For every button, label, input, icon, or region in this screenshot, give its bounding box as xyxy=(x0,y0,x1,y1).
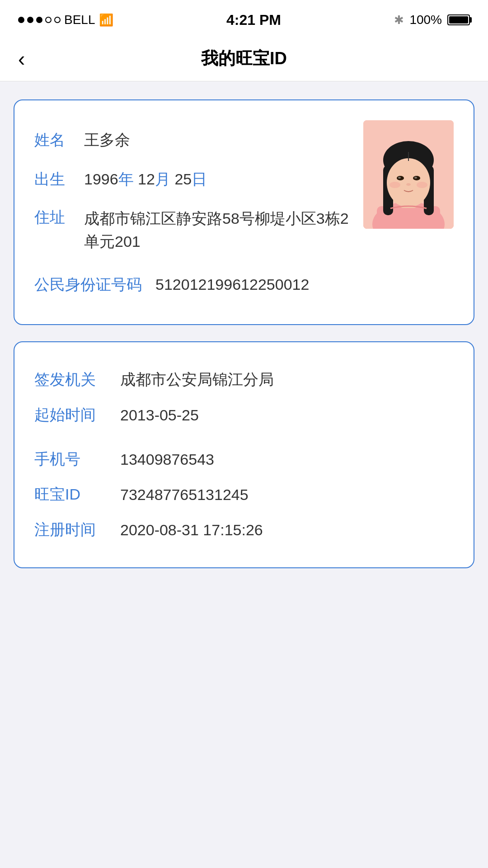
phone-label: 手机号 xyxy=(34,449,107,470)
name-row: 姓名 王多余 xyxy=(34,120,363,160)
phone-value: 13409876543 xyxy=(120,451,214,468)
svg-point-11 xyxy=(398,177,401,179)
issuer-value: 成都市公安局锦江分局 xyxy=(120,369,274,390)
birth-day-suffix: 日 xyxy=(192,170,207,188)
name-label: 姓名 xyxy=(34,130,70,151)
wangbao-id-value: 732487765131245 xyxy=(120,486,249,504)
birth-label: 出生 xyxy=(34,169,70,190)
svg-point-13 xyxy=(406,183,411,186)
wangbao-id-label: 旺宝ID xyxy=(34,484,107,505)
reg-time-value: 2020-08-31 17:15:26 xyxy=(120,521,263,539)
card1-info: 姓名 王多余 出生 1996年 12月 25日 住址 成都市锦江区静安路58号柳… xyxy=(34,120,363,304)
nav-bar: ‹ 我的旺宝ID xyxy=(0,36,488,81)
birth-month-suffix: 月 xyxy=(155,170,170,188)
reg-time-label: 注册时间 xyxy=(34,519,107,540)
id-number-row: 公民身份证号码 512012199612250012 xyxy=(34,265,363,304)
back-button[interactable]: ‹ xyxy=(18,48,25,69)
birth-year: 1996 xyxy=(84,170,118,188)
page-title: 我的旺宝ID xyxy=(201,47,287,70)
content-area: 姓名 王多余 出生 1996年 12月 25日 住址 成都市锦江区静安路58号柳… xyxy=(0,81,488,586)
birth-row: 出生 1996年 12月 25日 xyxy=(34,160,363,199)
wangbao-id-row: 旺宝ID 732487765131245 xyxy=(34,477,454,512)
account-card: 签发机关 成都市公安局锦江分局 起始时间 2013-05-25 手机号 1340… xyxy=(14,341,474,568)
id-value: 512012199612250012 xyxy=(155,273,309,296)
id-photo xyxy=(363,120,454,229)
name-value: 王多余 xyxy=(84,128,130,151)
signal-icon xyxy=(18,17,61,23)
start-date-row: 起始时间 2013-05-25 xyxy=(34,397,454,433)
issuer-label: 签发机关 xyxy=(34,369,107,390)
card1-body: 姓名 王多余 出生 1996年 12月 25日 住址 成都市锦江区静安路58号柳… xyxy=(34,120,454,304)
start-date-value: 2013-05-25 xyxy=(120,406,199,424)
card2-info: 签发机关 成都市公安局锦江分局 起始时间 2013-05-25 手机号 1340… xyxy=(34,362,454,547)
status-left: BELL 📶 xyxy=(18,13,113,27)
photo-container xyxy=(363,120,454,229)
svg-point-12 xyxy=(414,177,417,179)
status-time: 4:21 PM xyxy=(226,12,281,28)
status-bar: BELL 📶 4:21 PM ✱ 100% xyxy=(0,0,488,36)
address-value: 成都市锦江区静安路58号柳堤小区3栋2单元201 xyxy=(84,207,363,253)
address-label: 住址 xyxy=(34,207,70,228)
issuer-row: 签发机关 成都市公安局锦江分局 xyxy=(34,362,454,397)
battery-icon xyxy=(447,14,470,25)
birth-year-suffix: 年 xyxy=(118,170,134,188)
birth-day: 25 xyxy=(174,170,192,188)
wifi-icon: 📶 xyxy=(99,13,113,27)
svg-point-15 xyxy=(417,182,427,188)
battery-percent: 100% xyxy=(409,13,442,27)
spacer xyxy=(34,433,454,442)
bluetooth-icon: ✱ xyxy=(394,13,404,27)
reg-time-row: 注册时间 2020-08-31 17:15:26 xyxy=(34,512,454,547)
id-card: 姓名 王多余 出生 1996年 12月 25日 住址 成都市锦江区静安路58号柳… xyxy=(14,99,474,325)
status-right: ✱ 100% xyxy=(394,13,470,27)
birth-value: 1996年 12月 25日 xyxy=(84,168,207,191)
phone-row: 手机号 13409876543 xyxy=(34,442,454,477)
carrier-label: BELL xyxy=(64,13,95,27)
start-date-label: 起始时间 xyxy=(34,405,107,425)
birth-month: 12 xyxy=(138,170,155,188)
id-label: 公民身份证号码 xyxy=(34,274,142,295)
svg-point-14 xyxy=(389,182,400,188)
address-row: 住址 成都市锦江区静安路58号柳堤小区3栋2单元201 xyxy=(34,199,363,261)
